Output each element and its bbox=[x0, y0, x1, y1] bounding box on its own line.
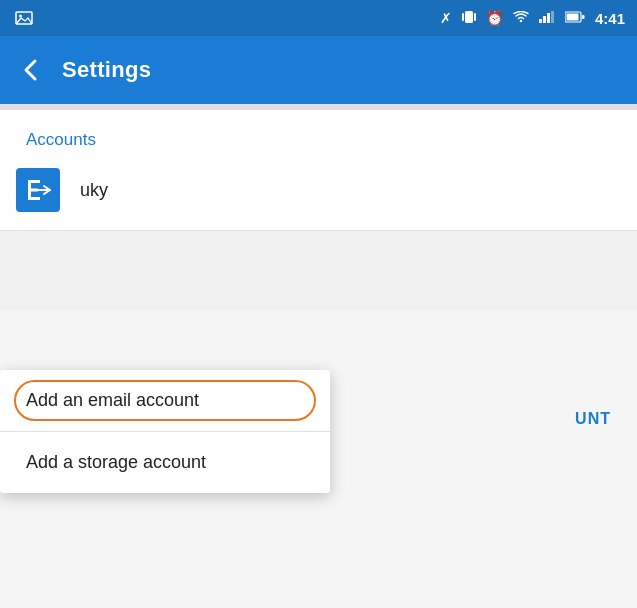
page-title: Settings bbox=[62, 57, 151, 83]
app-bar: Settings bbox=[0, 36, 637, 104]
signal-icon bbox=[539, 10, 555, 26]
partial-unt-text: UNT bbox=[575, 410, 611, 428]
add-email-account-item[interactable]: Add an email account bbox=[0, 370, 330, 432]
svg-rect-11 bbox=[582, 15, 585, 19]
svg-rect-7 bbox=[547, 13, 550, 23]
svg-point-1 bbox=[19, 15, 22, 18]
accounts-section: Accounts bbox=[0, 110, 637, 150]
exchange-icon bbox=[16, 168, 60, 212]
accounts-label: Accounts bbox=[26, 130, 96, 149]
content-area: Accounts uky bbox=[0, 110, 637, 311]
svg-rect-8 bbox=[551, 11, 554, 23]
dropdown-menu: Add an email account Add a storage accou… bbox=[0, 370, 330, 493]
bluetooth-icon: ✗ bbox=[440, 10, 452, 26]
svg-rect-10 bbox=[566, 14, 578, 21]
account-name: uky bbox=[80, 180, 108, 201]
alarm-icon: ⏰ bbox=[486, 10, 503, 26]
svg-rect-0 bbox=[16, 12, 32, 24]
status-bar: ✗ ⏰ 4:41 bbox=[0, 0, 637, 36]
add-account-bg bbox=[0, 231, 637, 311]
status-time: 4:41 bbox=[595, 10, 625, 27]
svg-rect-2 bbox=[465, 11, 473, 23]
svg-rect-3 bbox=[462, 13, 464, 21]
svg-rect-4 bbox=[474, 13, 476, 21]
image-icon bbox=[12, 9, 36, 27]
account-row[interactable]: uky bbox=[0, 150, 637, 230]
battery-icon bbox=[565, 10, 585, 26]
svg-rect-5 bbox=[539, 19, 542, 23]
svg-rect-6 bbox=[543, 16, 546, 23]
add-storage-account-item[interactable]: Add a storage account bbox=[0, 432, 330, 493]
svg-rect-16 bbox=[28, 180, 31, 200]
wifi-icon bbox=[513, 10, 529, 26]
vibrate-icon bbox=[462, 9, 476, 28]
back-button[interactable] bbox=[18, 57, 44, 83]
